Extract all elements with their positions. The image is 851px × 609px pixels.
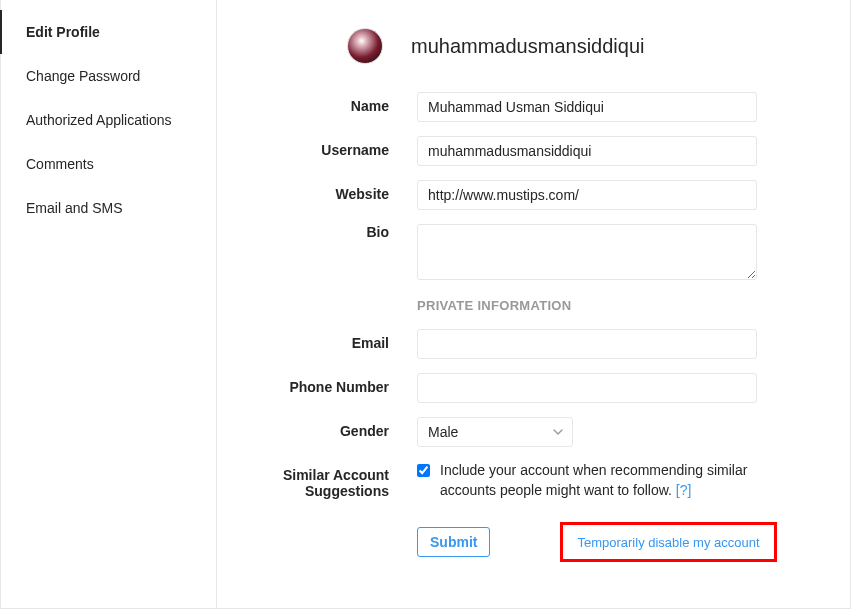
sidebar-item-email-sms[interactable]: Email and SMS bbox=[0, 186, 216, 230]
row-username: Username bbox=[267, 136, 800, 166]
profile-header: muhammadusmansiddiqui bbox=[347, 28, 800, 64]
username-label: Username bbox=[267, 136, 417, 158]
main-content: muhammadusmansiddiqui Name Username Webs… bbox=[217, 0, 850, 608]
row-website: Website bbox=[267, 180, 800, 210]
website-label: Website bbox=[267, 180, 417, 202]
sidebar: Edit Profile Change Password Authorized … bbox=[0, 0, 217, 608]
sidebar-item-comments[interactable]: Comments bbox=[0, 142, 216, 186]
row-email: Email bbox=[267, 329, 800, 359]
name-field[interactable] bbox=[417, 92, 757, 122]
submit-button[interactable]: Submit bbox=[417, 527, 490, 557]
sidebar-item-change-password[interactable]: Change Password bbox=[0, 54, 216, 98]
email-label: Email bbox=[267, 329, 417, 351]
private-info-header: PRIVATE INFORMATION bbox=[417, 298, 800, 313]
bio-field[interactable] bbox=[417, 224, 757, 280]
row-similar: Similar Account Suggestions Include your… bbox=[267, 461, 800, 500]
phone-field[interactable] bbox=[417, 373, 757, 403]
similar-label-line2: Suggestions bbox=[305, 483, 389, 499]
gender-label: Gender bbox=[267, 417, 417, 439]
similar-description: Include your account when recommending s… bbox=[440, 461, 757, 500]
gender-select[interactable]: Male bbox=[417, 417, 573, 447]
similar-label: Similar Account Suggestions bbox=[267, 461, 417, 499]
similar-checkbox[interactable] bbox=[417, 464, 430, 477]
form-actions: Submit Temporarily disable my account bbox=[417, 522, 800, 562]
bio-label: Bio bbox=[267, 224, 417, 240]
disable-account-link[interactable]: Temporarily disable my account bbox=[577, 535, 759, 550]
sidebar-item-authorized-applications[interactable]: Authorized Applications bbox=[0, 98, 216, 142]
email-field[interactable] bbox=[417, 329, 757, 359]
highlight-annotation: Temporarily disable my account bbox=[560, 522, 776, 562]
name-label: Name bbox=[267, 92, 417, 114]
username-field[interactable] bbox=[417, 136, 757, 166]
row-bio: Bio bbox=[267, 224, 800, 284]
similar-text: Include your account when recommending s… bbox=[440, 462, 747, 498]
row-phone: Phone Number bbox=[267, 373, 800, 403]
page-title: muhammadusmansiddiqui bbox=[411, 35, 644, 58]
help-link[interactable]: [?] bbox=[676, 482, 692, 498]
settings-container: Edit Profile Change Password Authorized … bbox=[0, 0, 851, 609]
sidebar-item-edit-profile[interactable]: Edit Profile bbox=[0, 10, 216, 54]
website-field[interactable] bbox=[417, 180, 757, 210]
row-gender: Gender Male bbox=[267, 417, 800, 447]
phone-label: Phone Number bbox=[267, 373, 417, 395]
avatar[interactable] bbox=[347, 28, 383, 64]
similar-label-line1: Similar Account bbox=[283, 467, 389, 483]
row-name: Name bbox=[267, 92, 800, 122]
